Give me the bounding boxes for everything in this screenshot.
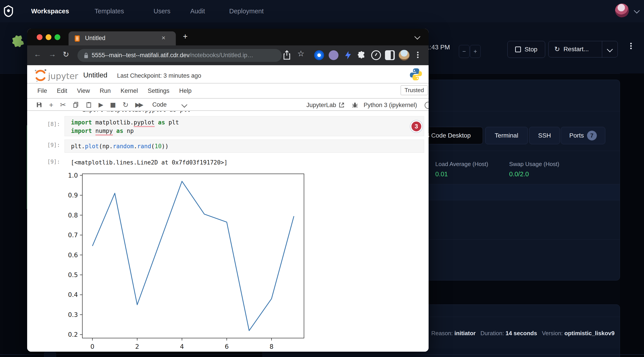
menu-edit[interactable]: Edit bbox=[57, 88, 68, 94]
nav-item-templates[interactable]: Templates bbox=[94, 0, 124, 22]
ssh-button[interactable]: SSH bbox=[529, 127, 560, 144]
browser-menu-kebab-icon[interactable] bbox=[417, 51, 418, 59]
add-cell-icon[interactable]: + bbox=[49, 101, 54, 108]
account-chevron-down-icon[interactable] bbox=[634, 8, 640, 14]
terminal-label: Terminal bbox=[495, 132, 518, 139]
new-tab-button[interactable]: + bbox=[183, 32, 188, 41]
cell-type-dropdown[interactable]: Code bbox=[152, 101, 167, 108]
ports-button[interactable]: Ports 7 bbox=[561, 127, 605, 144]
save-icon[interactable] bbox=[36, 102, 42, 108]
trusted-button[interactable]: Trusted bbox=[400, 85, 428, 95]
menu-settings[interactable]: Settings bbox=[148, 88, 170, 94]
notebook-title[interactable]: Untitled bbox=[83, 71, 108, 79]
cell8-prompt: [8]: bbox=[38, 121, 60, 127]
cut-cells-icon[interactable]: ✂ bbox=[60, 101, 66, 108]
browser-tab-strip: Untitled × + bbox=[27, 29, 428, 46]
nav-item-workspaces[interactable]: Workspaces bbox=[31, 0, 69, 22]
notification-count-badge[interactable]: 3 bbox=[410, 120, 422, 132]
menu-kernel[interactable]: Kernel bbox=[120, 88, 138, 94]
terminal-button[interactable]: Terminal bbox=[485, 127, 528, 144]
external-link-icon[interactable] bbox=[339, 102, 344, 108]
gauge-extension-icon[interactable] bbox=[371, 50, 381, 60]
matplotlib-line-chart: 0.20.30.40.50.60.70.80.91.002468 bbox=[67, 169, 314, 350]
svg-text:2: 2 bbox=[135, 343, 139, 350]
paste-cells-icon[interactable] bbox=[86, 102, 92, 108]
restart-label: Restart... bbox=[564, 46, 589, 53]
url-host: 5555--main--test--matifali.atif.cdr.dev bbox=[92, 52, 190, 58]
vscode-desktop-label: VS Code Desktop bbox=[421, 132, 471, 139]
load-average-value: 0.01 bbox=[435, 170, 448, 178]
tab-search-chevron-icon[interactable] bbox=[414, 34, 420, 40]
puzzle-icon bbox=[11, 34, 27, 50]
copy-cells-icon[interactable] bbox=[73, 102, 79, 108]
password-manager-extension-icon[interactable] bbox=[314, 50, 324, 60]
load-average-label: Load Average (Host) bbox=[435, 161, 488, 168]
jupyter-notebook-page: jupyter Untitled Last Checkpoint: 3 minu… bbox=[27, 65, 428, 352]
cell9-input[interactable]: plt.plot(np.random.rand(10)) bbox=[64, 140, 424, 153]
button-divider bbox=[602, 41, 602, 58]
svg-text:0.5: 0.5 bbox=[68, 271, 78, 279]
forward-icon[interactable]: → bbox=[48, 50, 56, 58]
bookmark-star-icon[interactable]: ☆ bbox=[297, 49, 304, 58]
stop-label: Stop bbox=[524, 46, 538, 53]
cell8-input[interactable]: import matplotlib.pyplot as plt import n… bbox=[64, 116, 424, 136]
menu-run[interactable]: Run bbox=[100, 88, 111, 94]
nav-item-audit[interactable]: Audit bbox=[190, 0, 205, 22]
cell9-line1: plt.plot(np.random.rand(10)) bbox=[71, 142, 424, 150]
run-cell-icon[interactable]: ▶ bbox=[98, 102, 104, 108]
svg-text:0: 0 bbox=[90, 343, 94, 350]
svg-text:8: 8 bbox=[270, 343, 274, 350]
user-avatar[interactable] bbox=[615, 4, 629, 17]
svg-text:0.8: 0.8 bbox=[68, 212, 78, 219]
zoom-in-button[interactable]: + bbox=[470, 45, 481, 58]
svg-text:0.9: 0.9 bbox=[68, 192, 78, 199]
duration-value: 14 seconds bbox=[506, 330, 537, 336]
github-extension-icon[interactable] bbox=[329, 50, 338, 60]
side-panel-icon[interactable] bbox=[385, 50, 395, 60]
cell9-output-prompt: [9]: bbox=[38, 159, 60, 165]
restart-workspace-button[interactable]: ↻ Restart... bbox=[548, 41, 618, 58]
restart-chevron-down-icon[interactable] bbox=[607, 46, 613, 52]
restart-run-all-icon[interactable]: ▶▶ bbox=[135, 102, 142, 108]
notebook-favicon bbox=[74, 35, 80, 42]
browser-profile-avatar[interactable] bbox=[399, 50, 410, 60]
build-meta-line: Reason: initiator Duration: 14 seconds V… bbox=[431, 330, 615, 337]
top-nav-bar: Workspaces Templates Users Audit Deploym… bbox=[0, 0, 644, 22]
interrupt-kernel-icon[interactable]: ■ bbox=[110, 102, 116, 108]
window-maximize-button[interactable] bbox=[54, 34, 60, 40]
browser-tab-untitled[interactable]: Untitled × bbox=[68, 32, 176, 46]
reason-value: initiator bbox=[454, 330, 476, 336]
ports-label: Ports bbox=[569, 132, 584, 139]
reload-icon[interactable]: ↻ bbox=[63, 50, 69, 59]
kernel-status-icon bbox=[424, 102, 428, 109]
version-label: Version: bbox=[542, 330, 563, 336]
stop-workspace-button[interactable]: Stop bbox=[507, 41, 545, 58]
tab-close-icon[interactable]: × bbox=[162, 34, 166, 42]
svg-text:0.2: 0.2 bbox=[68, 331, 78, 338]
window-close-button[interactable] bbox=[37, 34, 42, 40]
nav-item-deployment[interactable]: Deployment bbox=[229, 0, 264, 22]
debugger-bug-icon[interactable] bbox=[352, 102, 358, 108]
window-minimize-button[interactable] bbox=[46, 34, 52, 40]
back-icon[interactable]: ← bbox=[34, 50, 42, 58]
restart-kernel-icon[interactable]: ↻ bbox=[122, 101, 128, 108]
jupyterlab-link[interactable]: JupyterLab bbox=[306, 102, 336, 108]
page-gutter bbox=[620, 74, 644, 357]
menu-file[interactable]: File bbox=[38, 88, 47, 94]
menu-view[interactable]: View bbox=[77, 88, 90, 94]
kernel-name[interactable]: Python 3 (ipykernel) bbox=[364, 102, 417, 108]
python-logo bbox=[410, 68, 422, 81]
extensions-puzzle-icon[interactable] bbox=[357, 50, 367, 60]
coder-logo-icon[interactable] bbox=[3, 5, 14, 17]
nav-item-users[interactable]: Users bbox=[154, 0, 170, 22]
jupyter-logo: jupyter bbox=[34, 68, 85, 83]
svg-text:0.7: 0.7 bbox=[68, 232, 78, 239]
cell-type-chevron-icon[interactable] bbox=[181, 102, 187, 108]
menu-help[interactable]: Help bbox=[179, 88, 192, 94]
share-icon[interactable] bbox=[283, 50, 290, 60]
address-bar[interactable]: 5555--main--test--matifali.atif.cdr.dev/… bbox=[78, 49, 282, 62]
svg-text:0.6: 0.6 bbox=[68, 252, 78, 259]
kebab-menu-icon[interactable] bbox=[630, 42, 632, 50]
bolt-extension-icon[interactable] bbox=[343, 50, 353, 60]
zoom-out-button[interactable]: − bbox=[459, 45, 470, 58]
